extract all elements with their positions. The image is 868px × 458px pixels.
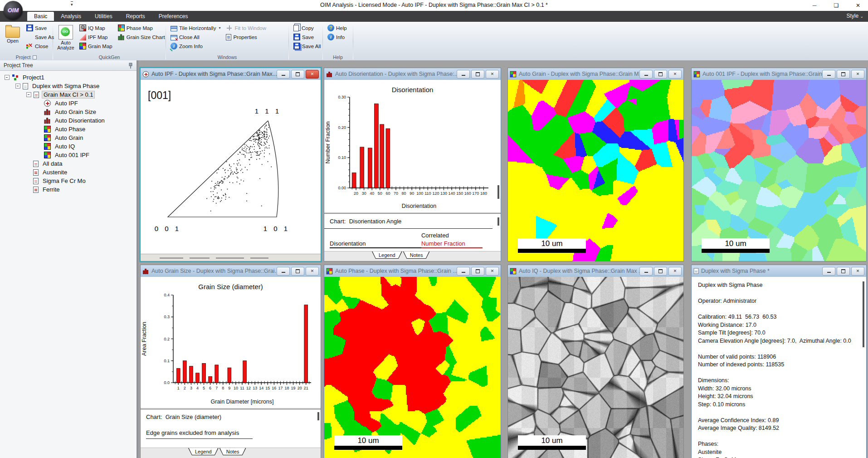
ribbon-button-copy[interactable]: Copy bbox=[292, 24, 323, 32]
minimize-button[interactable] bbox=[457, 267, 470, 276]
tab-legend[interactable]: Legend bbox=[372, 251, 402, 259]
close-button[interactable]: ✕ bbox=[851, 267, 864, 276]
app-maximize-button[interactable]: ❏ bbox=[826, 0, 846, 11]
ribbon-button-help[interactable]: Help bbox=[326, 24, 349, 32]
tab-notes[interactable]: Notes bbox=[403, 251, 430, 259]
app-minimize-button[interactable]: ─ bbox=[805, 0, 824, 11]
window-titlebar[interactable]: Auto Grain - Duplex with Sigma Phase::Gr… bbox=[508, 68, 683, 80]
close-button[interactable]: ✕ bbox=[668, 267, 682, 276]
tree-item-auto-phase[interactable]: Auto Phase bbox=[0, 125, 137, 133]
window-auto-phase: Auto Phase - Duplex with Sigma Phase::Gr… bbox=[324, 265, 501, 458]
tab-preferences[interactable]: Preferences bbox=[152, 12, 195, 21]
close-button[interactable]: ✕ bbox=[306, 70, 319, 79]
ipf-tab-strip[interactable] bbox=[141, 254, 321, 261]
tree-item-auto-grain[interactable]: Auto Grain bbox=[0, 133, 137, 142]
window-titlebar[interactable]: Auto Phase - Duplex with Sigma Phase::Gr… bbox=[324, 265, 501, 277]
maximize-button[interactable] bbox=[837, 70, 850, 79]
tab-legend[interactable]: Legend bbox=[188, 448, 219, 455]
tree-item-sigma-fe-cr-mo[interactable]: Sigma Fe Cr Mo bbox=[0, 177, 137, 185]
close-button[interactable]: ✕ bbox=[668, 70, 682, 79]
ribbon-button-save-view[interactable]: Save bbox=[292, 33, 323, 41]
ribbon-button-tile-horizontally[interactable]: Tile Horizontally▾ bbox=[169, 24, 222, 32]
ribbon-button-ipf-map[interactable]: IPF Map bbox=[78, 33, 114, 41]
ribbon-button-info[interactable]: Info bbox=[326, 33, 349, 41]
oim-logo[interactable]: OIM bbox=[4, 1, 23, 20]
button-label: Grain Map bbox=[88, 44, 112, 49]
maximize-button[interactable] bbox=[471, 267, 484, 276]
minimize-button[interactable] bbox=[639, 267, 653, 276]
ribbon-button-properties[interactable]: Properties bbox=[224, 33, 268, 41]
maximize-button[interactable] bbox=[837, 267, 850, 276]
tree-item-auto-ipf[interactable]: Auto IPF bbox=[0, 99, 137, 108]
maximize-button[interactable] bbox=[654, 70, 667, 79]
dialog-launcher-icon[interactable] bbox=[33, 55, 37, 59]
window-titlebar[interactable]: Auto IQ - Duplex with Sigma Phase::Grain… bbox=[508, 265, 683, 277]
svg-text:3: 3 bbox=[190, 386, 192, 390]
tab-analysis[interactable]: Analysis bbox=[54, 12, 88, 21]
tree-item-duplex-with-sigma-phase[interactable]: Duplex with Sigma Phase bbox=[0, 82, 137, 90]
minimize-button[interactable] bbox=[639, 70, 653, 79]
pin-icon[interactable] bbox=[128, 62, 133, 69]
ribbon-button-save-as[interactable]: Save As bbox=[24, 33, 56, 41]
ribbon-button-close-all[interactable]: Close All bbox=[169, 33, 222, 41]
tab-basic[interactable]: Basic bbox=[27, 12, 54, 21]
ribbon-button-phase-map[interactable]: Phase Map bbox=[116, 24, 167, 32]
window-title: Duplex with Sigma Phase * bbox=[701, 268, 822, 274]
window-titlebar[interactable]: Auto 001 IPF - Duplex with Sigma Phase::… bbox=[692, 68, 866, 80]
svg-text:13: 13 bbox=[253, 386, 257, 390]
tab-utilities[interactable]: Utilities bbox=[88, 12, 119, 21]
scrollbar-thumb[interactable] bbox=[863, 281, 864, 347]
minimize-button[interactable] bbox=[277, 70, 290, 79]
tree-item-all-data[interactable]: All data bbox=[0, 159, 137, 168]
ribbon-button-save[interactable]: Save bbox=[24, 24, 56, 32]
ribbon-button-close[interactable]: Close bbox=[24, 42, 56, 50]
button-label: Fit to Window bbox=[234, 25, 266, 31]
tree-expander[interactable] bbox=[5, 75, 10, 80]
maximize-button[interactable] bbox=[654, 267, 667, 276]
close-button[interactable]: ✕ bbox=[486, 70, 499, 79]
maximize-button[interactable] bbox=[471, 70, 484, 79]
ribbon-button-grain-map[interactable]: Grain Map bbox=[78, 42, 114, 50]
tree-item-auto-001-ipf[interactable]: Auto 001 IPF bbox=[0, 151, 137, 159]
tree-item-auto-disorientation[interactable]: Auto Disorientation bbox=[0, 116, 137, 125]
scrollbar-thumb[interactable] bbox=[497, 217, 499, 226]
close-button[interactable]: ✕ bbox=[486, 267, 499, 276]
style-menu[interactable]: Style ⌄ bbox=[846, 13, 863, 19]
window-titlebar[interactable]: Auto Grain Size - Duplex with Sigma Phas… bbox=[141, 265, 321, 277]
tab-reports[interactable]: Reports bbox=[119, 12, 152, 21]
ribbon-button-save-all[interactable]: Save All bbox=[292, 42, 323, 50]
tree-item-grain-max-ci-0-1[interactable]: Grain Max CI > 0.1 bbox=[0, 90, 137, 99]
svg-text:5: 5 bbox=[203, 386, 205, 390]
tree-item-ferrite[interactable]: Ferrite bbox=[0, 185, 137, 194]
minimize-button[interactable] bbox=[457, 70, 470, 79]
close-button[interactable]: ✕ bbox=[851, 70, 864, 79]
minimize-button[interactable] bbox=[822, 267, 835, 276]
tree-expander[interactable] bbox=[26, 92, 31, 97]
maximize-button[interactable] bbox=[291, 267, 304, 276]
ribbon-button-grain-size-chart[interactable]: Grain Size Chart bbox=[116, 33, 167, 41]
window-title: Auto Phase - Duplex with Sigma Phase::Gr… bbox=[335, 268, 457, 274]
tree-item-project1[interactable]: Project1 bbox=[0, 73, 137, 82]
tab-notes[interactable]: Notes bbox=[219, 448, 246, 455]
close-button[interactable]: ✕ bbox=[306, 267, 319, 276]
scrollbar-thumb[interactable] bbox=[317, 412, 319, 420]
maximize-button[interactable] bbox=[291, 70, 304, 79]
tree-item-auto-iq[interactable]: Auto IQ bbox=[0, 142, 137, 151]
ribbon-button-auto-analyze[interactable]: Auto Analyze bbox=[55, 23, 77, 51]
ribbon-button-open[interactable]: Open bbox=[2, 23, 24, 51]
window-titlebar[interactable]: Auto Disorientation - Duplex with Sigma … bbox=[324, 68, 501, 80]
minimize-button[interactable] bbox=[822, 70, 835, 79]
minimize-button[interactable] bbox=[277, 267, 290, 276]
tree-item-austenite[interactable]: Austenite bbox=[0, 168, 137, 177]
project-tree: Project1Duplex with Sigma PhaseGrain Max… bbox=[0, 71, 137, 194]
window-titlebar[interactable]: Duplex with Sigma Phase * ✕ bbox=[692, 265, 866, 277]
app-titlebar[interactable]: ▾ OIM Analysis - Licensed Mode - Auto IP… bbox=[0, 0, 868, 11]
ribbon-button-iq-map[interactable]: IQ Map bbox=[78, 24, 114, 32]
chart-icon bbox=[327, 71, 333, 77]
tree-expander[interactable] bbox=[15, 84, 20, 89]
window-titlebar[interactable]: Auto IPF - Duplex with Sigma Phase::Grai… bbox=[141, 68, 321, 80]
tree-item-auto-grain-size[interactable]: Auto Grain Size bbox=[0, 108, 137, 116]
app-close-button[interactable]: ✕ bbox=[848, 0, 868, 11]
scrollbar-thumb[interactable] bbox=[497, 185, 499, 199]
ribbon-button-zoom-info[interactable]: Zoom Info bbox=[169, 42, 222, 50]
